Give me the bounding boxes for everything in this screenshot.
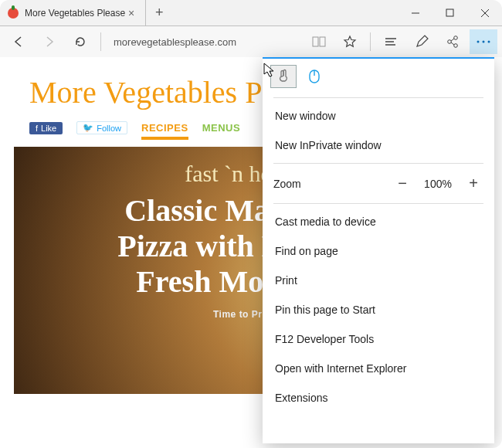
more-button[interactable] (470, 29, 497, 54)
share-icon (446, 35, 460, 49)
arrow-right-icon (42, 35, 56, 49)
menu-mode-row (263, 59, 494, 94)
menu-new-inprivate[interactable]: New InPrivate window (263, 131, 494, 160)
svg-rect-5 (320, 37, 325, 46)
nav-menus[interactable]: MENUS (202, 122, 240, 134)
menu-find[interactable]: Find on page (263, 236, 494, 266)
hand-icon (276, 69, 290, 84)
facebook-icon: f (36, 124, 38, 133)
window-controls (398, 0, 502, 26)
svg-point-9 (448, 40, 452, 44)
ellipsis-icon (476, 39, 491, 45)
follow-label: Follow (97, 124, 121, 133)
back-button[interactable] (5, 29, 32, 54)
svg-point-15 (483, 41, 485, 43)
titlebar-drag-area (172, 0, 398, 26)
webnote-button[interactable] (408, 29, 436, 54)
close-window-button[interactable] (467, 0, 502, 25)
twitter-follow-button[interactable]: 🐦 Follow (76, 121, 127, 134)
address-url: morevegetablesplease.com (114, 36, 236, 48)
browser-tab[interactable]: More Vegetables Please × (0, 0, 146, 26)
new-tab-button[interactable]: + (146, 0, 172, 26)
svg-point-11 (454, 44, 458, 48)
tomato-favicon-icon (8, 8, 19, 19)
zoom-in-button[interactable]: + (463, 175, 483, 192)
svg-point-10 (454, 36, 458, 40)
refresh-button[interactable] (66, 29, 94, 54)
toolbar: morevegetablesplease.com (0, 26, 502, 57)
arrow-left-icon (12, 35, 25, 49)
toolbar-separator (370, 32, 371, 51)
menu-cast[interactable]: Cast media to device (263, 207, 494, 236)
menu-zoom-row: Zoom − 100% + (263, 167, 494, 200)
svg-line-12 (451, 39, 454, 41)
menu-new-window[interactable]: New window (263, 101, 494, 131)
pen-icon (415, 35, 429, 49)
favorites-button[interactable] (336, 29, 364, 54)
menu-separator (273, 97, 483, 98)
lines-icon (384, 36, 398, 47)
svg-point-14 (477, 41, 480, 43)
like-label: Like (41, 124, 56, 133)
menu-open-ie[interactable]: Open with Internet Explorer (263, 354, 494, 383)
svg-point-16 (488, 41, 490, 43)
tab-close-button[interactable]: × (125, 7, 137, 19)
address-bar[interactable]: morevegetablesplease.com (107, 32, 270, 52)
svg-rect-1 (446, 9, 453, 16)
menu-separator (273, 203, 483, 204)
menu-devtools[interactable]: F12 Developer Tools (263, 324, 494, 354)
svg-line-13 (451, 42, 454, 45)
more-menu: New window New InPrivate window Zoom − 1… (263, 57, 494, 443)
menu-print[interactable]: Print (263, 266, 494, 295)
star-icon (343, 35, 357, 49)
hub-button[interactable] (377, 29, 405, 54)
mouse-mode-button[interactable] (301, 65, 327, 88)
menu-separator (273, 163, 483, 164)
nav-recipes[interactable]: RECIPES (141, 122, 188, 134)
touch-mode-button[interactable] (270, 65, 297, 88)
mouse-icon (308, 69, 321, 84)
twitter-icon: 🐦 (83, 123, 93, 133)
tab-title: More Vegetables Please (25, 8, 125, 19)
toolbar-separator (100, 32, 101, 51)
titlebar: More Vegetables Please × + (0, 0, 502, 26)
svg-rect-4 (313, 37, 318, 46)
book-icon (312, 36, 326, 47)
zoom-value: 100% (420, 178, 456, 190)
menu-extensions[interactable]: Extensions (263, 383, 494, 412)
zoom-label: Zoom (273, 178, 301, 190)
minimize-button[interactable] (398, 0, 432, 25)
menu-pin[interactable]: Pin this page to Start (263, 295, 494, 324)
reading-view-button[interactable] (305, 29, 333, 54)
zoom-out-button[interactable]: − (392, 175, 412, 192)
forward-button[interactable] (36, 29, 63, 54)
facebook-like-button[interactable]: f Like (29, 122, 63, 134)
share-button[interactable] (439, 29, 466, 54)
refresh-icon (73, 35, 87, 49)
maximize-button[interactable] (432, 0, 467, 25)
